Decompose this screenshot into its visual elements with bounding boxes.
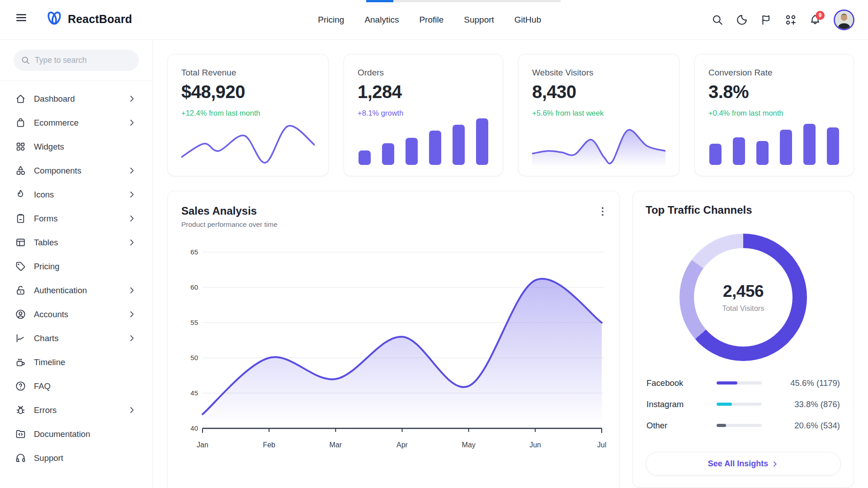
lock-icon [15, 285, 26, 296]
flag-icon[interactable] [760, 14, 772, 26]
stat-label: Orders [358, 68, 489, 78]
sidebar-item-icons[interactable]: Icons [0, 183, 152, 206]
channel-name: Other [646, 421, 717, 431]
dark-mode-moon-icon[interactable] [736, 14, 748, 26]
stat-value: 3.8% [708, 82, 840, 102]
nav-link-profile[interactable]: Profile [419, 15, 443, 25]
stat-value: 1,284 [358, 82, 489, 102]
headset-icon [15, 452, 26, 464]
hamburger-menu-icon[interactable] [15, 12, 27, 23]
channel-value: 20.6% (534) [762, 421, 840, 431]
chevron-right-icon [127, 238, 136, 247]
channel-row-other: Other20.6% (534) [646, 420, 840, 431]
top-navbar: ReactBoard PricingAnalyticsProfileSuppor… [0, 0, 868, 40]
sidebar-item-components[interactable]: Components [0, 159, 152, 183]
svg-text:Apr: Apr [396, 441, 408, 449]
sidebar-item-widgets[interactable]: Widgets [0, 135, 152, 159]
sidebar: DashboardEcommerceWidgetsComponentsIcons… [0, 40, 153, 488]
chevron-right-icon [771, 460, 778, 468]
bag-icon [15, 117, 26, 128]
channel-progress-track [717, 381, 762, 385]
brand-name: ReactBoard [68, 13, 132, 26]
total-visitors-value: 2,456 [723, 282, 764, 301]
chevron-right-icon [127, 190, 136, 199]
sidebar-item-label: Icons [34, 190, 127, 200]
mini-bar [406, 138, 418, 165]
chevron-right-icon [127, 310, 136, 319]
reactboard-logo-icon [45, 9, 63, 29]
notification-badge: 9 [816, 11, 825, 20]
mini-bar [709, 144, 722, 165]
clipboard-icon [15, 213, 26, 224]
user-avatar[interactable] [834, 9, 854, 30]
sidebar-item-forms[interactable]: Forms [0, 206, 152, 230]
stat-card-orders: Orders1,284+8.1% growth [344, 54, 503, 176]
channel-name: Instagram [646, 399, 717, 409]
channel-row-facebook: Facebook45.6% (1179) [646, 377, 840, 389]
sidebar-item-errors[interactable]: Errors [0, 398, 152, 422]
stat-card-website-visitors: Website Visitors8,430+5.6% from last wee… [518, 54, 679, 176]
channel-name: Facebook [646, 378, 717, 388]
scrollbar-thumb[interactable] [366, 0, 393, 2]
chevron-right-icon [127, 94, 136, 103]
nav-link-pricing[interactable]: Pricing [318, 15, 344, 25]
see-all-insights-label: See All Insights [708, 459, 768, 469]
svg-text:50: 50 [190, 354, 198, 361]
svg-text:Mar: Mar [330, 441, 342, 449]
sidebar-item-ecommerce[interactable]: Ecommerce [0, 111, 152, 135]
notifications-bell-icon[interactable]: 9 [809, 14, 821, 26]
stat-value: $48,920 [181, 82, 315, 102]
mini-bar [756, 141, 769, 165]
stat-mini-chart [708, 117, 840, 165]
top-navigation: PricingAnalyticsProfileSupportGitHub [318, 0, 541, 39]
svg-text:40: 40 [190, 424, 198, 432]
nav-link-github[interactable]: GitHub [514, 15, 541, 25]
see-all-insights-button[interactable]: See All Insights [646, 452, 841, 476]
sidebar-item-charts[interactable]: Charts [0, 326, 152, 350]
tag-icon [15, 261, 26, 272]
sparkline [181, 117, 315, 165]
brand[interactable]: ReactBoard [45, 9, 132, 29]
sidebar-item-timeline[interactable]: Timeline [0, 350, 152, 374]
sidebar-search-section [0, 40, 152, 81]
sidebar-item-tables[interactable]: Tables [0, 230, 152, 254]
sparkline [532, 117, 665, 165]
sidebar-item-authentication[interactable]: Authentication [0, 278, 152, 302]
sidebar-item-label: Tables [34, 238, 127, 248]
stat-change: +5.6% from last week [532, 109, 665, 117]
chevron-right-icon [127, 406, 136, 414]
sidebar-search-box[interactable] [14, 50, 139, 71]
search-icon[interactable] [712, 14, 723, 26]
sidebar-item-label: Charts [34, 333, 127, 343]
svg-text:Feb: Feb [263, 441, 275, 449]
stat-card-conversion-rate: Conversion Rate3.8%+0.4% from last month [694, 54, 854, 176]
sidebar-item-pricing[interactable]: Pricing [0, 254, 152, 278]
svg-text:60: 60 [190, 283, 198, 291]
mini-bar [780, 130, 792, 165]
stat-cards-row: Total Revenue$48,920+12.4% from last mon… [167, 54, 854, 176]
search-icon [21, 56, 30, 65]
nav-link-support[interactable]: Support [464, 15, 494, 25]
chevron-right-icon [127, 118, 136, 127]
sidebar-item-dashboard[interactable]: Dashboard [0, 87, 152, 111]
sidebar-item-documentation[interactable]: Documentation [0, 422, 152, 446]
svg-text:55: 55 [190, 319, 198, 326]
apps-grid-icon[interactable] [785, 14, 797, 26]
channel-progress-track [717, 424, 762, 427]
mini-bar [803, 124, 816, 165]
horizontal-scrollbar[interactable] [366, 0, 561, 2]
sidebar-item-accounts[interactable]: Accounts [0, 302, 152, 326]
sales-analysis-card: Sales Analysis Product performance over … [167, 191, 620, 488]
sidebar-item-support[interactable]: Support [0, 446, 152, 470]
sidebar-search-input[interactable] [35, 56, 132, 65]
main-content: Total Revenue$48,920+12.4% from last mon… [153, 40, 868, 488]
sidebar-item-faq[interactable]: FAQ [0, 374, 152, 398]
channel-value: 33.8% (876) [762, 399, 840, 409]
stat-change: +12.4% from last month [181, 109, 315, 117]
donut-chart-wrap: 2,456 Total Visitors [646, 234, 841, 361]
channel-value: 45.6% (1179) [762, 378, 840, 388]
nav-link-analytics[interactable]: Analytics [364, 15, 399, 25]
mini-bar [733, 137, 745, 165]
kebab-menu-icon[interactable] [597, 206, 609, 217]
bug-icon [15, 404, 26, 416]
